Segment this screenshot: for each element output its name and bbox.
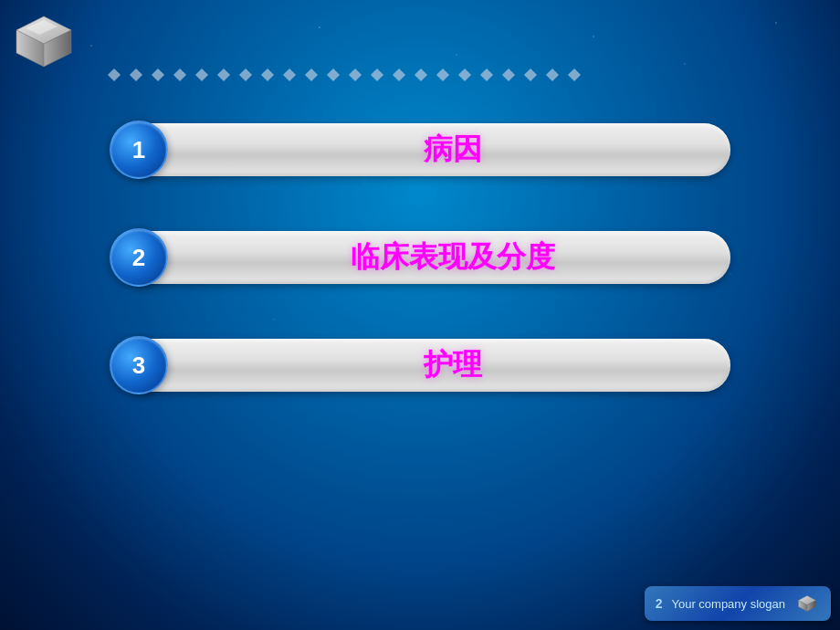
slogan-text: Your company slogan	[671, 597, 785, 611]
menu-number-1: 1	[110, 121, 168, 179]
menu-number-2: 2	[110, 228, 168, 287]
slogan-bar: 2 Your company slogan	[645, 586, 831, 621]
dot-19	[502, 68, 515, 81]
dot-1	[108, 68, 121, 81]
dot-18	[480, 68, 493, 81]
dot-14	[393, 68, 405, 81]
menu-item-2[interactable]: 2 临床表现及分度	[110, 226, 730, 289]
logo-cube	[7, 7, 80, 80]
menu-label-1: 病因	[424, 130, 482, 170]
dot-10	[305, 68, 318, 81]
slogan-logo-icon	[794, 591, 820, 616]
dot-21	[546, 68, 559, 81]
dot-4	[173, 68, 186, 81]
decorative-dots-row	[110, 66, 831, 84]
dot-9	[283, 68, 296, 81]
menu-bar-2: 临床表现及分度	[139, 231, 730, 284]
dot-12	[349, 68, 362, 81]
menu-bar-1: 病因	[139, 123, 730, 176]
menu-bar-3: 护理	[139, 339, 730, 392]
dot-15	[415, 68, 427, 81]
menu-label-2: 临床表现及分度	[351, 237, 555, 278]
dot-6	[217, 68, 230, 81]
menu-item-3[interactable]: 3 护理	[110, 334, 730, 396]
dot-2	[130, 68, 142, 81]
dot-8	[261, 68, 274, 81]
menu-number-3: 3	[110, 336, 168, 394]
dot-11	[327, 68, 340, 81]
dot-5	[195, 68, 208, 81]
slogan-page-number: 2	[656, 596, 663, 611]
dot-20	[524, 68, 537, 81]
menu-container: 1 病因 2 临床表现及分度 3 护理	[110, 119, 730, 396]
menu-label-3: 护理	[424, 345, 482, 385]
dot-22	[568, 68, 581, 81]
dot-3	[152, 68, 164, 81]
dot-16	[436, 68, 449, 81]
dot-17	[458, 68, 471, 81]
dot-13	[371, 68, 383, 81]
menu-item-1[interactable]: 1 病因	[110, 119, 730, 181]
dot-7	[239, 68, 252, 81]
